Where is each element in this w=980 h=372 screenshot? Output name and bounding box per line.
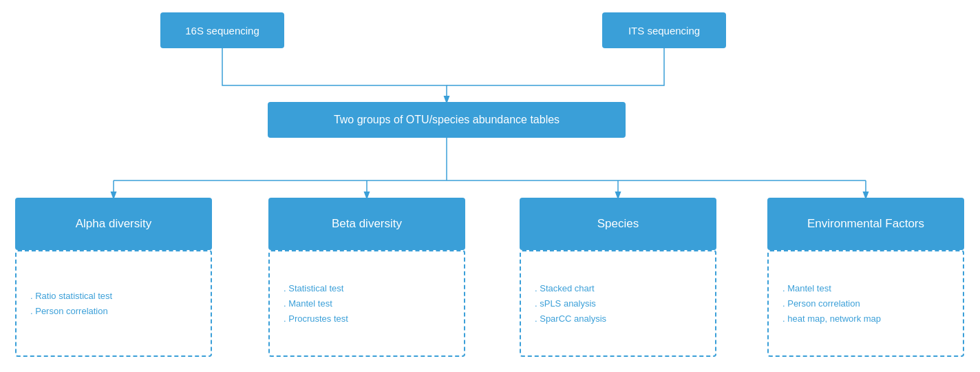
item-env-2: . Person correlation xyxy=(782,296,963,311)
label-alpha: Alpha diversity xyxy=(76,217,152,231)
box-its: ITS sequencing xyxy=(602,12,726,48)
box-alpha: Alpha diversity xyxy=(15,198,212,250)
item-beta-3: . Procrustes test xyxy=(284,311,464,327)
label-16s: 16S sequencing xyxy=(185,25,259,37)
box-16s: 16S sequencing xyxy=(160,12,284,48)
items-alpha: . Ratio statistical test . Person correl… xyxy=(17,288,211,318)
dashed-species: . Stacked chart . sPLS analysis . SparCC… xyxy=(520,250,716,357)
label-beta: Beta diversity xyxy=(332,217,402,231)
label-otu: Two groups of OTU/species abundance tabl… xyxy=(334,114,560,126)
item-beta-1: . Statistical test xyxy=(284,280,464,296)
diagram: 16S sequencing ITS sequencing Two groups… xyxy=(0,0,980,372)
label-species: Species xyxy=(597,217,639,231)
item-alpha-1: . Ratio statistical test xyxy=(30,288,211,303)
dashed-beta: . Statistical test . Mantel test . Procr… xyxy=(268,250,465,357)
box-beta: Beta diversity xyxy=(268,198,465,250)
label-its: ITS sequencing xyxy=(628,25,700,37)
item-beta-2: . Mantel test xyxy=(284,296,464,311)
items-beta: . Statistical test . Mantel test . Procr… xyxy=(270,280,464,326)
items-species: . Stacked chart . sPLS analysis . SparCC… xyxy=(521,280,715,326)
box-otu: Two groups of OTU/species abundance tabl… xyxy=(268,102,626,138)
item-species-1: . Stacked chart xyxy=(535,280,715,296)
box-species: Species xyxy=(520,198,716,250)
items-env: . Mantel test . Person correlation . hea… xyxy=(769,280,963,326)
item-env-1: . Mantel test xyxy=(782,280,963,296)
dashed-env: . Mantel test . Person correlation . hea… xyxy=(767,250,964,357)
box-env: Environmental Factors xyxy=(767,198,964,250)
dashed-alpha: . Ratio statistical test . Person correl… xyxy=(15,250,212,357)
item-species-3: . SparCC analysis xyxy=(535,311,715,327)
item-alpha-2: . Person correlation xyxy=(30,304,211,319)
label-env: Environmental Factors xyxy=(807,217,924,231)
item-env-3: . heat map, network map xyxy=(782,311,963,327)
item-species-2: . sPLS analysis xyxy=(535,296,715,311)
